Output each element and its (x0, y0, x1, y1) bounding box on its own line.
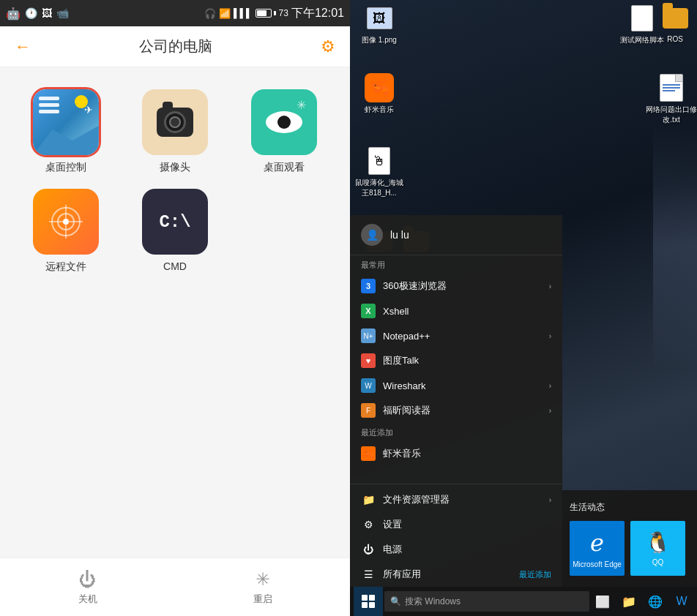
app-item-desktop-control[interactable]: ✈ 桌面控制 (15, 89, 116, 174)
menu-divider (350, 484, 562, 484)
word-taskbar-icon[interactable]: W (670, 590, 693, 613)
menu-item-xshell[interactable]: X Xshell (350, 298, 562, 323)
shutdown-label: 关机 (78, 593, 97, 606)
qq-icon: 🐧 (645, 530, 671, 555)
status-left-icons: 🤖 🕐 🖼 📹 (6, 7, 69, 20)
menu-item-notepad[interactable]: N+ Notepad++ › (350, 323, 562, 348)
remote-icon-wrapper (33, 189, 99, 255)
app-item-remote-file[interactable]: 远程文件 (15, 189, 116, 274)
desktop-icon-image[interactable]: 🖼 图像 1.png (354, 4, 405, 45)
battery-level: 73 (279, 8, 288, 18)
menu-item-foxit-label: 福昕阅读器 (383, 404, 542, 417)
signal-icon: ▌▌▌ (234, 8, 253, 18)
taskview-icon[interactable]: ⬜ (591, 590, 614, 613)
network-script-icon (627, 4, 657, 33)
all-apps-icon: ☰ (361, 567, 376, 582)
page-title: 公司的电脑 (139, 37, 212, 56)
restart-icon: ✳ (256, 569, 270, 590)
desktop-control-label: 桌面控制 (45, 161, 86, 174)
time-display: 下午12:01 (291, 6, 344, 21)
recent-badge: 最近添加 (519, 569, 551, 580)
app-item-cmd[interactable]: C:\ CMD (124, 189, 225, 274)
app-item-camera[interactable]: 摄像头 (124, 89, 225, 174)
menu-item-tudutalk[interactable]: ♥ 图度Talk (350, 348, 562, 373)
status-right-icons: 🎧 📶 ▌▌▌ 73 下午12:01 (204, 6, 344, 21)
live-tiles-title: 生活动态 (570, 501, 690, 514)
menu-item-all-apps[interactable]: ☰ 所有应用 最近添加 (350, 562, 562, 587)
app-item-desktop-watch[interactable]: ✳ 桌面观看 (234, 89, 335, 174)
menu-item-360[interactable]: 3 360极速浏览器 › (350, 274, 562, 298)
search-bar[interactable]: 🔍 搜索 Windows (384, 591, 589, 612)
menu-item-notepad-label: Notepad++ (383, 331, 542, 342)
desktop-icon-shrimp[interactable]: 🦐 虾米音乐 (354, 73, 405, 115)
desktop-control-icon: ✈ (33, 89, 99, 155)
network-txt-label: 网络问题出口修改.txt (646, 105, 697, 125)
chrome-taskbar-icon[interactable]: 🌐 (644, 590, 667, 613)
start-button[interactable] (354, 587, 383, 616)
menu-item-wireshark[interactable]: W Wireshark › (350, 373, 562, 398)
edge-icon: ℯ (590, 529, 604, 557)
shrimp-menu-icon: 🦐 (361, 446, 376, 461)
back-button[interactable]: ← (15, 37, 31, 56)
edge-tile[interactable]: ℯ Microsoft Edge (570, 521, 625, 576)
power-icon: ⏻ (79, 569, 97, 590)
menu-item-settings-label: 设置 (383, 518, 551, 531)
desktop-watch-label: 桌面观看 (264, 161, 305, 174)
remote-icon (33, 189, 99, 255)
edge-label: Microsoft Edge (573, 560, 622, 568)
menu-item-tudutalk-label: 图度Talk (383, 354, 551, 367)
menu-item-wireshark-label: Wireshark (383, 380, 542, 391)
start-menu-header: 👤 lu lu (350, 215, 562, 255)
search-icon: 🔍 (390, 596, 401, 606)
tudu-icon: ♥ (361, 353, 376, 368)
restart-button[interactable]: ✳ 重启 (253, 569, 272, 606)
eye-icon-wrapper: ✳ (251, 89, 317, 155)
shrimp-music-label: 虾米音乐 (365, 105, 394, 115)
headphone-icon: 🎧 (204, 8, 216, 19)
windows-logo (362, 595, 375, 608)
app-header: ← 公司的电脑 ⚙ (0, 26, 350, 67)
desktop-control-icon-wrapper: ✈ (33, 89, 99, 155)
menu-item-power-label: 电源 (383, 543, 551, 556)
search-placeholder: 搜索 Windows (405, 596, 461, 608)
menu-item-shrimp-music[interactable]: 🦐 虾米音乐 (350, 441, 562, 466)
menu-item-foxit[interactable]: F 福昕阅读器 › (350, 398, 562, 423)
mouse-doc-label: 鼠嗖薄化_海城王818_H... (354, 178, 405, 198)
status-bar: 🤖 🕐 🖼 📹 🎧 📶 ▌▌▌ 73 下午12:01 (0, 0, 350, 26)
app-grid: ✈ 桌面控制 摄像头 (0, 67, 350, 557)
desktop-icon-ros[interactable]: ROS (653, 4, 697, 43)
arrow-icon3: › (549, 382, 551, 390)
remote-symbol (48, 203, 84, 240)
desktop-icon-mouse[interactable]: 🖱 鼠嗖薄化_海城王818_H... (354, 146, 405, 198)
mobile-panel: 🤖 🕐 🖼 📹 🎧 📶 ▌▌▌ 73 下午12:01 ← 公司的电脑 ⚙ (0, 0, 350, 616)
plane-icon: ✈ (84, 104, 93, 116)
360-icon: 3 (361, 279, 376, 293)
xshell-icon: X (361, 304, 376, 318)
qq-tile[interactable]: 🐧 QQ (630, 521, 685, 576)
ros-folder-icon (660, 4, 690, 33)
menu-item-power[interactable]: ⏻ 电源 (350, 537, 562, 562)
notepad-icon: N+ (361, 328, 376, 343)
camera-lens-inner (169, 116, 181, 128)
clock-icon: 🕐 (25, 7, 37, 19)
eye-icon: ✳ (251, 89, 317, 155)
live-tiles-panel: 生活动态 ℯ Microsoft Edge 🐧 QQ (562, 490, 697, 587)
camera-icon-wrapper (142, 89, 208, 155)
menu-item-explorer[interactable]: 📁 文件资源管理器 › (350, 487, 562, 512)
desktop-icon-network-txt[interactable]: 网络问题出口修改.txt (646, 73, 697, 125)
settings-button[interactable]: ⚙ (321, 37, 335, 56)
video-icon: 📹 (56, 7, 69, 19)
camera-label: 摄像头 (160, 161, 190, 174)
file-taskbar-icon[interactable]: 📁 (617, 590, 641, 613)
menu-item-settings[interactable]: ⚙ 设置 (350, 512, 562, 537)
shutdown-button[interactable]: ⏻ 关机 (78, 569, 97, 606)
image-file-icon: 🖼 (365, 4, 394, 33)
bottom-bar: ⏻ 关机 ✳ 重启 (0, 557, 350, 616)
eye-white (266, 111, 302, 133)
battery-indicator: 73 (256, 8, 288, 18)
foxit-icon: F (361, 403, 376, 418)
camera-bump (163, 102, 173, 108)
arrow-icon4: › (549, 407, 551, 415)
camera-body (157, 108, 193, 137)
live-tiles-container: ℯ Microsoft Edge 🐧 QQ (570, 521, 690, 576)
